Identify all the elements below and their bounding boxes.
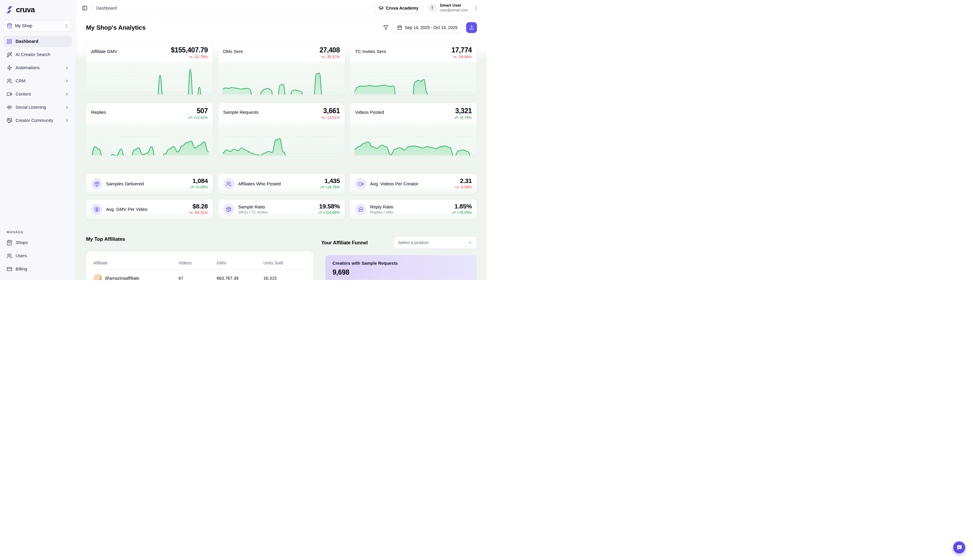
users-icon: [7, 78, 12, 84]
metric-value: 3,321: [454, 107, 472, 115]
sparkline-chart: [354, 64, 472, 95]
table-header-row: AffiliateVideosGMVUnits Sold: [93, 258, 306, 270]
change-badge: +16.76%: [320, 185, 340, 189]
stat-label-block: Affiliates Who Posted: [238, 181, 281, 187]
sidebar-item-crm[interactable]: CRM: [3, 75, 72, 87]
top-affiliates-section: My Top Affiliates AffiliateVideosGMVUnit…: [86, 236, 313, 280]
sidebar-manage-nav: ShopsUsersBilling: [3, 237, 72, 275]
sidebar-item-label: Shops: [15, 240, 69, 245]
column-header-units-sold: Units Sold: [263, 258, 306, 270]
sidebar-item-users[interactable]: Users: [3, 250, 72, 262]
metric-label: DMs Sent: [223, 49, 243, 54]
stat-label: Reply Ratio: [370, 204, 393, 210]
sidebar-item-label: Billing: [15, 267, 69, 271]
package-check-icon: [91, 178, 102, 190]
message-reply-icon: [355, 203, 366, 215]
stat-label-block: Sample RatioSRQs / TC Invites: [238, 204, 268, 214]
affiliate-avatar: [93, 274, 102, 280]
change-badge: -35.57%: [320, 55, 340, 59]
sidebar-toggle-button[interactable]: [82, 5, 87, 11]
sidebar-item-shops[interactable]: Shops: [3, 237, 72, 248]
chevron-right-icon: [65, 118, 69, 123]
filter-icon[interactable]: [383, 25, 389, 30]
affiliate-cell[interactable]: @amazingaffiliate: [93, 274, 179, 280]
metric-value-block: 507+13.42%: [187, 107, 208, 121]
date-range-button[interactable]: Sep 14, 2025 - Oct 14, 2025: [393, 22, 462, 33]
affiliate-handle: @amazingaffiliate: [105, 276, 139, 280]
sparkline-chart: [223, 64, 340, 95]
metric-chart-card-affiliate-gmv: Affiliate GMV$155,407.79-52.78%: [86, 42, 213, 95]
video-icon: [7, 91, 12, 97]
sparkline-chart: [90, 64, 209, 95]
metric-label: Affiliate GMV: [91, 49, 117, 54]
change-badge: -9.59%: [454, 185, 472, 189]
metric-chart-area: [219, 62, 345, 95]
stat-label: Avg. GMV Per Video: [106, 207, 147, 212]
sidebar: cruva My Shop DashboardAI Creator Search…: [0, 0, 76, 280]
sparkline-chart: [90, 125, 209, 156]
cruva-academy-button[interactable]: Cruva Academy: [374, 3, 423, 13]
sidebar-item-automations[interactable]: Automations: [3, 62, 72, 73]
change-value: -9.59%: [460, 185, 472, 189]
change-value: +114.66%: [323, 210, 340, 215]
stat-card-avg-videos-per-creator: Avg. Videos Per Creator2.31-9.59%: [350, 174, 477, 194]
content-scroll-area: My Shop's Analytics Sep 14, 2025 - Oct 1…: [76, 16, 486, 280]
chevron-right-icon: [65, 66, 69, 70]
handshake-icon: [7, 118, 12, 123]
sidebar-item-creator-community[interactable]: Creator Community: [3, 115, 72, 126]
metric-chart-card-sample-requests: Sample Requests3,661-13.51%: [218, 103, 345, 156]
metric-chart-area: [219, 123, 345, 156]
funnel-header-row: Your Affiliate Funnel Select a product: [321, 236, 477, 249]
change-badge: -13.51%: [320, 116, 340, 120]
change-value: +16.76%: [325, 185, 340, 189]
funnel-connector: [320, 273, 326, 280]
calendar-icon: [397, 25, 402, 30]
shop-selector-label: My Shop: [15, 23, 62, 28]
sidebar-item-content[interactable]: Content: [3, 88, 72, 100]
shopping-bag-icon: [7, 23, 12, 28]
metric-chart-area: [86, 62, 213, 95]
graduation-cap-icon: [378, 5, 384, 10]
metric-chart-card-tc-invites-sent: TC Invites Sent17,774-59.48%: [350, 42, 477, 95]
stat-value: 1,084: [190, 177, 208, 184]
sidebar-item-ai-creator-search[interactable]: AI Creator Search: [3, 49, 72, 60]
sidebar-item-label: AI Creator Search: [15, 52, 69, 57]
shop-selector[interactable]: My Shop: [3, 20, 72, 32]
video-icon: [355, 178, 366, 190]
metric-chart-card-replies: Replies507+13.42%: [86, 103, 213, 156]
stat-value: $8.28: [189, 203, 208, 210]
sparkline-chart: [354, 125, 472, 156]
metric-chart-area: [86, 123, 213, 156]
export-button[interactable]: [466, 22, 477, 33]
metric-value: 17,774: [451, 47, 472, 54]
change-badge: -59.48%: [452, 55, 472, 59]
sidebar-item-label: Automations: [15, 65, 62, 70]
change-badge: +76.05%: [451, 210, 472, 215]
metric-label: Replies: [91, 110, 106, 115]
chart-card-header: Affiliate GMV$155,407.79-52.78%: [86, 43, 213, 62]
package-plus-icon: [223, 203, 235, 215]
sidebar-item-dashboard[interactable]: Dashboard: [3, 36, 72, 47]
table-row[interactable]: @amazingaffiliate47663,767.3916,315: [93, 270, 306, 280]
funnel-title: Your Affiliate Funnel: [321, 240, 367, 245]
sidebar-item-billing[interactable]: Billing: [3, 263, 72, 275]
change-badge: +0.93%: [190, 185, 208, 189]
stat-label-block: Avg. Videos Per Creator: [370, 181, 418, 187]
stat-value: 1,435: [320, 177, 340, 184]
users-icon: [223, 178, 235, 190]
kebab-menu-icon[interactable]: [473, 5, 479, 12]
main-area: Dashboard Cruva Academy T Smart User use…: [76, 0, 486, 280]
chart-card-header: TC Invites Sent17,774-59.48%: [350, 43, 477, 62]
date-range-label: Sep 14, 2025 - Oct 14, 2025: [405, 25, 457, 30]
user-menu[interactable]: T Smart User user@email.com: [428, 3, 468, 13]
metric-value-block: $155,407.79-52.78%: [171, 47, 208, 60]
chevron-right-icon: [65, 105, 69, 110]
stat-value-block: 19.58%+114.66%: [318, 203, 340, 216]
sidebar-item-label: Content: [15, 92, 62, 97]
sidebar-item-social-listening[interactable]: Social Listening: [3, 102, 72, 113]
analytics-actions: Sep 14, 2025 - Oct 14, 2025: [383, 22, 477, 33]
product-select[interactable]: Select a product: [394, 236, 477, 249]
chart-card-header: Sample Requests3,661-13.51%: [219, 103, 345, 123]
change-badge: -69.31%: [189, 210, 208, 215]
product-select-placeholder: Select a product: [398, 240, 468, 245]
